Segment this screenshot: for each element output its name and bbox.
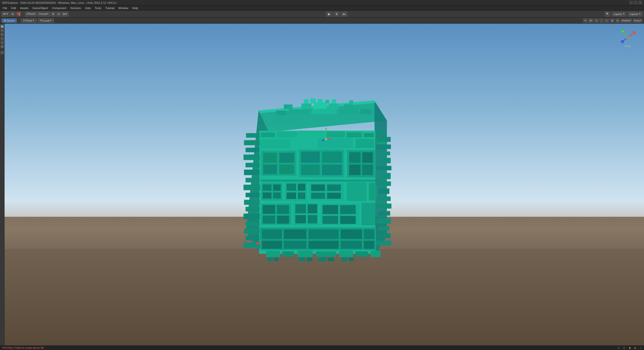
snap-button[interactable]: 🧲	[16, 12, 21, 17]
scene-anim-button[interactable]: ▷	[605, 18, 609, 23]
menu-tutorial[interactable]: Tutorial	[103, 6, 116, 10]
scene-light-button[interactable]: ☀	[594, 18, 599, 23]
extra-tool-3[interactable]: ⊞▼	[62, 12, 69, 17]
status-icon-2[interactable]: ☰	[622, 346, 626, 350]
title-bar-text: SDFExplorer - 2024-10-24-SESSIONS2024 - …	[2, 1, 642, 4]
tool-rotate[interactable]: ↻	[1, 33, 4, 36]
pivot-dropdown: ▼	[34, 13, 36, 15]
maximize-button[interactable]: □	[634, 1, 637, 4]
svg-rect-24	[378, 189, 389, 194]
play-button[interactable]: ▶	[326, 12, 332, 17]
menu-jobs[interactable]: Jobs	[83, 6, 93, 10]
fractal-cube-object	[238, 91, 394, 272]
pivot-button[interactable]: ⊙ Pivot ▼	[25, 12, 37, 17]
shading-label: Shaded	[622, 19, 629, 22]
svg-text:X: X	[633, 32, 634, 34]
svg-rect-40	[246, 193, 260, 197]
local-button[interactable]: ⟳ Local ▼	[37, 12, 50, 17]
svg-rect-26	[376, 204, 391, 209]
scene-shading-dropdown[interactable]: Shaded ▼	[621, 18, 632, 23]
pause-button[interactable]: ⏸	[333, 12, 340, 17]
scene-persp-dropdown[interactable]: Persp ▼	[633, 18, 642, 23]
menu-assets[interactable]: Assets	[18, 6, 30, 10]
svg-marker-142	[325, 127, 327, 129]
menu-window[interactable]: Window	[117, 6, 130, 10]
status-icon-4[interactable]: ◉	[633, 346, 637, 350]
tool-custom[interactable]: ⬡	[1, 51, 4, 54]
local-toggle[interactable]: ⟳ Local ▼	[38, 18, 54, 23]
svg-rect-92	[308, 215, 317, 224]
menu-gameobject[interactable]: GameObject	[31, 6, 50, 10]
svg-rect-28	[376, 218, 391, 224]
sh-dropdown-icon: ▼	[6, 13, 8, 15]
status-icon-1[interactable]: ⚙	[617, 346, 620, 350]
status-icon-3[interactable]: ⚡	[628, 346, 631, 350]
local-toggle-label: Local	[43, 19, 49, 22]
svg-rect-136	[325, 100, 329, 104]
svg-rect-137	[332, 100, 336, 104]
persp-label: Persp	[634, 19, 640, 22]
scene-viewport[interactable]: X Y Z Persp	[5, 24, 644, 345]
sh-button[interactable]: SH ▼	[2, 12, 10, 17]
toolbar-top: SH ▼ ⊞ 🧲 ⊙ Pivot ▼ ⟳ Local ▼ ⊞ ⊡ ⊞▼ ▶ ⏸ …	[0, 11, 644, 18]
scene-tab[interactable]: ⊞ Scene	[2, 18, 17, 23]
close-button[interactable]: ✕	[638, 1, 642, 4]
tool-scale[interactable]: ⤡	[1, 37, 4, 40]
menu-file[interactable]: File	[1, 6, 9, 10]
svg-rect-95	[323, 216, 338, 224]
svg-rect-43	[244, 214, 260, 219]
svg-rect-127	[360, 109, 372, 114]
svg-rect-36	[246, 163, 260, 167]
local-dropdown: ▼	[47, 13, 49, 15]
extra-tool-1[interactable]: ⊞	[51, 12, 56, 17]
tool-move[interactable]: ✛	[1, 29, 4, 32]
layout-button[interactable]: Layout ▼	[628, 12, 642, 17]
minimize-button[interactable]: ─	[629, 1, 633, 4]
window-controls: ─ □ ✕	[629, 1, 642, 4]
svg-rect-89	[295, 204, 306, 213]
svg-rect-116	[274, 258, 279, 261]
svg-rect-50	[279, 153, 294, 163]
svg-rect-33	[244, 140, 260, 145]
tool-rect[interactable]: ▭	[1, 41, 4, 44]
pivot-toggle[interactable]: ⊙ Pivot ▼	[21, 18, 36, 23]
tool-transform[interactable]: ⊕	[1, 45, 4, 48]
svg-rect-18	[376, 145, 391, 149]
menu-tools[interactable]: Tools	[93, 6, 103, 10]
search-button[interactable]: 🔍	[605, 12, 610, 17]
menu-component[interactable]: Component	[50, 6, 68, 10]
svg-rect-27	[378, 211, 390, 216]
scene-fx-button[interactable]: ✦	[583, 18, 588, 23]
scene-gizmo-button[interactable]: ⊡	[615, 18, 620, 23]
menu-edit[interactable]: Edit	[10, 6, 18, 10]
svg-rect-111	[316, 251, 336, 257]
layers-button[interactable]: Layers ▼	[612, 12, 626, 17]
svg-rect-131	[344, 104, 353, 109]
svg-rect-135	[318, 99, 323, 104]
svg-text:Z: Z	[622, 41, 623, 43]
extra-tool-2[interactable]: ⊡	[56, 12, 61, 17]
svg-rect-115	[267, 258, 273, 261]
menu-services[interactable]: Services	[68, 6, 83, 10]
svg-rect-138	[349, 101, 353, 104]
status-icon-5[interactable]: ≡	[639, 346, 642, 350]
svg-rect-103	[262, 241, 282, 249]
scene-orientation-gizmo[interactable]: X Y Z Persp	[619, 29, 636, 46]
menu-help[interactable]: Help	[131, 6, 140, 10]
tool-hand[interactable]: ✋	[1, 25, 4, 28]
svg-rect-123	[289, 109, 309, 114]
svg-rect-134	[310, 99, 316, 104]
pivot-toggle-label: Pivot	[26, 19, 32, 22]
svg-rect-45	[244, 229, 260, 234]
svg-rect-80	[327, 193, 341, 199]
svg-rect-6	[277, 132, 297, 138]
svg-rect-72	[273, 193, 281, 199]
svg-marker-144	[329, 138, 331, 140]
scene-grid-button[interactable]: ⊞	[610, 18, 615, 23]
grid-button[interactable]: ⊞	[10, 12, 15, 17]
toolbar-sep-1	[23, 12, 23, 16]
scene-2d-button[interactable]: 2D	[588, 18, 593, 23]
svg-rect-122	[349, 258, 354, 261]
scene-audio-button[interactable]: ♪	[599, 18, 604, 23]
step-button[interactable]: ⏭	[341, 12, 347, 17]
